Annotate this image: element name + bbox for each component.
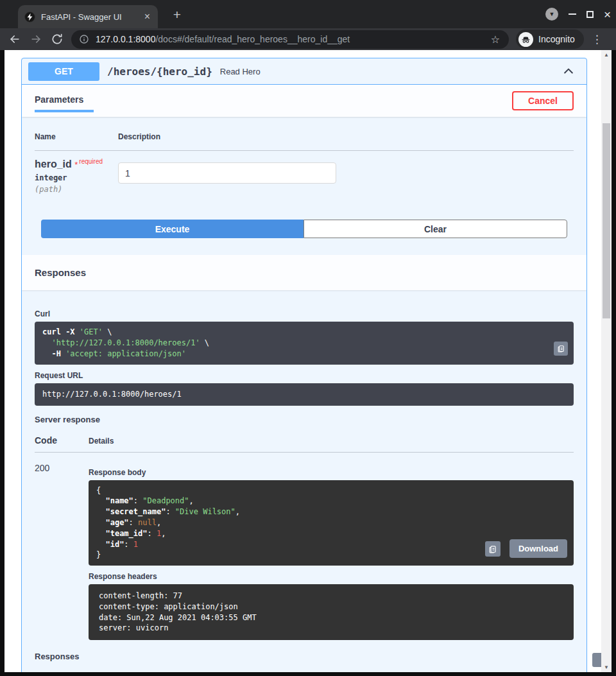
required-star: * [74, 160, 78, 169]
response-headers: content-length: 77 content-type: applica… [89, 584, 574, 640]
new-tab-icon[interactable]: + [168, 8, 186, 21]
download-button[interactable]: Download [509, 539, 567, 558]
url-bar[interactable]: 127.0.0.1:8000/docs#/default/read_hero_h… [71, 30, 509, 49]
curl-command: curl -X 'GET' \ 'http://127.0.0.1:8000/h… [35, 322, 574, 364]
execute-row: Execute Clear [22, 220, 586, 255]
server-response-label: Server response [35, 415, 574, 424]
url-host: 127.0.0.1:8000 [96, 34, 155, 44]
request-url-value: http://127.0.0.1:8000/heroes/1 [35, 383, 574, 406]
opblock-summary[interactable]: GET /heroes/{hero_id} Read Hero [22, 58, 586, 85]
parameter-row: hero_id *required integer (path) [35, 151, 574, 194]
scroll-up-icon[interactable]: ▲ [601, 50, 612, 60]
incognito-icon [518, 32, 533, 47]
request-url-label: Request URL [35, 371, 574, 380]
column-header-details: Details [89, 437, 114, 446]
incognito-badge: Incognito [516, 30, 584, 49]
response-headers-label: Response headers [89, 572, 574, 581]
status-code: 200 [35, 463, 89, 641]
tab-close-icon[interactable]: × [143, 12, 151, 22]
documented-responses-label: Responses [35, 652, 574, 661]
reload-icon[interactable] [51, 33, 64, 46]
clipboard-icon [557, 344, 565, 352]
swagger-page: GET /heroes/{hero_id} Read Hero Paramete… [4, 50, 612, 672]
column-header-description: Description [118, 132, 160, 141]
copy-response-button[interactable] [485, 541, 501, 557]
browser-menu-icon[interactable]: ⋮ [592, 33, 603, 46]
copy-curl-button[interactable] [554, 342, 568, 356]
required-label: required [79, 158, 103, 165]
clear-button[interactable]: Clear [304, 220, 567, 238]
browser-toolbar: 127.0.0.1:8000/docs#/default/read_hero_h… [0, 28, 616, 50]
window-close-icon[interactable]: × [604, 8, 611, 21]
execute-button[interactable]: Execute [41, 220, 304, 238]
hero-id-input[interactable] [118, 162, 336, 184]
column-header-name: Name [35, 132, 118, 141]
responses-title: Responses [35, 267, 86, 278]
responses-section: Curl curl -X 'GET' \ 'http://127.0.0.1:8… [22, 290, 586, 672]
forward-icon[interactable] [30, 33, 42, 46]
response-body-label: Response body [89, 468, 574, 477]
server-response-row: 200 Response body { "name": "Deadpond", … [35, 453, 574, 641]
curl-label: Curl [35, 309, 574, 318]
parameter-name: hero_id [35, 159, 72, 169]
parameter-type: integer [35, 173, 118, 182]
maximize-icon[interactable] [586, 11, 594, 18]
bookmark-star-icon[interactable]: ☆ [491, 33, 500, 46]
endpoint-summary: Read Hero [220, 67, 261, 76]
column-header-code: Code [35, 435, 89, 446]
tab-title: FastAPI - Swagger UI [41, 12, 143, 22]
opblock-get-heroes: GET /heroes/{hero_id} Read Hero Paramete… [21, 58, 587, 672]
browser-tab[interactable]: FastAPI - Swagger UI × [18, 5, 158, 28]
scrollbar-thumb[interactable] [603, 123, 610, 318]
clipboard-icon [488, 544, 497, 553]
parameters-table: Name Description hero_id *required integ… [22, 117, 586, 220]
collapse-chevron-icon[interactable] [562, 65, 575, 78]
parameter-location: (path) [35, 185, 118, 194]
page-scrollbar[interactable]: ▲ ▼ [601, 50, 612, 672]
fastapi-favicon-icon [24, 12, 35, 22]
incognito-label: Incognito [538, 34, 575, 44]
endpoint-path: /heroes/{hero_id} [107, 65, 212, 78]
site-info-icon[interactable] [79, 34, 89, 44]
tab-parameters[interactable]: Parameters [35, 89, 109, 112]
parameters-header: Parameters Cancel [22, 85, 586, 117]
http-method-badge: GET [28, 62, 99, 81]
url-text: 127.0.0.1:8000/docs#/default/read_hero_h… [96, 34, 491, 44]
scroll-down-icon[interactable]: ▼ [601, 663, 612, 672]
minimize-icon[interactable] [569, 13, 576, 15]
window-badge-icon[interactable]: ▼ [545, 8, 558, 21]
cancel-button[interactable]: Cancel [512, 91, 574, 110]
responses-section-header: Responses [22, 255, 586, 290]
url-path: /docs#/default/read_hero_heroes__hero_id… [155, 34, 350, 44]
browser-titlebar: FastAPI - Swagger UI × + ▼ × [0, 0, 616, 28]
back-icon[interactable] [8, 33, 21, 46]
